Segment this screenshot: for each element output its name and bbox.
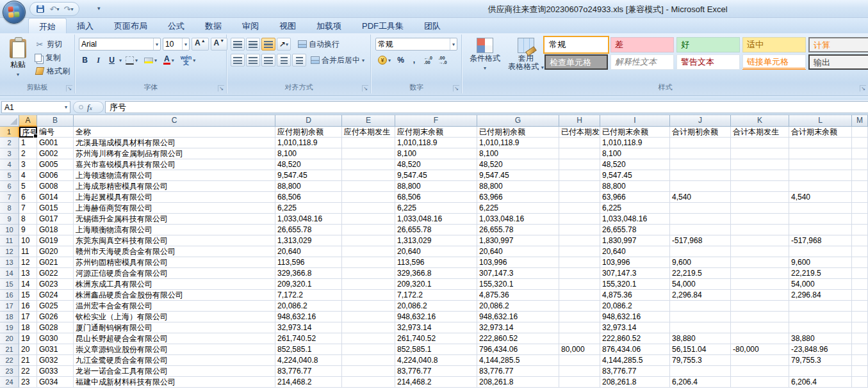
cell-E9[interactable] — [342, 214, 395, 225]
cell-K19[interactable] — [731, 322, 789, 333]
cell-H23[interactable] — [559, 366, 600, 377]
row-header-10[interactable]: 10 — [0, 225, 19, 235]
cell-C12[interactable]: 赣州市天海硬质合金有限公司 — [74, 246, 275, 257]
cell-I24[interactable]: 208,261.8 — [600, 377, 670, 388]
cell-B2[interactable]: G001 — [37, 138, 74, 148]
cell-D12[interactable]: 20,640 — [275, 246, 342, 257]
cell-A14[interactable]: 13 — [19, 268, 37, 279]
tab-页面布局[interactable]: 页面布局 — [104, 18, 158, 33]
cell-F20[interactable]: 261,740.52 — [395, 333, 477, 344]
cell-B20[interactable]: G030 — [37, 333, 74, 344]
cell-F9[interactable]: 1,033,048.16 — [395, 214, 477, 225]
cell-L9[interactable] — [789, 214, 852, 225]
cell-I12[interactable]: 20,640 — [600, 246, 670, 257]
cell-F3[interactable]: 8,100 — [395, 148, 477, 159]
column-header-H[interactable]: H — [559, 115, 600, 127]
cell-M15[interactable] — [852, 279, 868, 290]
cell-K10[interactable] — [731, 225, 789, 235]
cell-G7[interactable]: 63,966 — [477, 192, 559, 203]
cell-M1[interactable] — [852, 127, 868, 138]
cell-F22[interactable]: 4,224,040.8 — [395, 355, 477, 366]
cell-E2[interactable] — [342, 138, 395, 148]
shrink-font-button[interactable]: A▼ — [211, 38, 228, 51]
name-box[interactable]: A1 ▾ — [1, 101, 70, 113]
cell-F23[interactable]: 83,776.77 — [395, 366, 477, 377]
cell-K18[interactable] — [731, 312, 789, 322]
cell-A13[interactable]: 12 — [19, 257, 37, 268]
cell-E8[interactable] — [342, 203, 395, 214]
cell-A4[interactable]: 3 — [19, 159, 37, 170]
name-box-caret-icon[interactable]: ▾ — [65, 104, 67, 110]
cell-style-警告文本[interactable]: 警告文本 — [676, 54, 740, 70]
cut-button[interactable]: ✂ 剪切 — [35, 38, 62, 51]
cell-D23[interactable]: 83,776.77 — [275, 366, 342, 377]
cell-C20[interactable]: 昆山长野超硬合金有限公司 — [74, 333, 275, 344]
cell-L17[interactable] — [789, 301, 852, 312]
cell-B13[interactable]: G021 — [37, 257, 74, 268]
cell-E1[interactable]: 应付本期发生 — [342, 127, 395, 138]
cell-B24[interactable]: G034 — [37, 377, 74, 388]
cell-E10[interactable] — [342, 225, 395, 235]
format-as-table-button[interactable]: 套用 表格格式 ▾ — [506, 37, 546, 82]
cell-M23[interactable] — [852, 366, 868, 377]
tab-审阅[interactable]: 审阅 — [232, 18, 269, 33]
cell-B1[interactable]: 编号 — [37, 127, 74, 138]
cell-F24[interactable]: 214,468.2 — [395, 377, 477, 388]
cell-G20[interactable]: 222,860.52 — [477, 333, 559, 344]
cell-C17[interactable]: 温州宏丰合金有限公司 — [74, 301, 275, 312]
cell-A19[interactable]: 18 — [19, 322, 37, 333]
cell-K7[interactable] — [731, 192, 789, 203]
tab-加载项[interactable]: 加载项 — [306, 18, 352, 33]
cell-B18[interactable]: G026 — [37, 312, 74, 322]
row-header-4[interactable]: 4 — [0, 159, 19, 170]
cell-H2[interactable] — [559, 138, 600, 148]
cell-A11[interactable]: 10 — [19, 235, 37, 246]
cell-G11[interactable]: 1,830,997 — [477, 235, 559, 246]
cell-L20[interactable]: 38,880 — [789, 333, 852, 344]
cell-M3[interactable] — [852, 148, 868, 159]
cell-style-解释性文本[interactable]: 解释性文本 — [610, 54, 674, 70]
cell-H14[interactable] — [559, 268, 600, 279]
cell-H10[interactable] — [559, 225, 600, 235]
cell-G9[interactable]: 1,033,048.16 — [477, 214, 559, 225]
cell-L15[interactable]: 54,000 — [789, 279, 852, 290]
cell-G16[interactable]: 4,875.36 — [477, 290, 559, 301]
cell-L7[interactable]: 4,540 — [789, 192, 852, 203]
redo-icon[interactable]: ↷▾ — [63, 4, 74, 14]
cell-style-计算[interactable]: 计算 — [808, 37, 868, 52]
cell-F18[interactable]: 948,632.16 — [395, 312, 477, 322]
cell-H21[interactable]: 80,000 — [559, 344, 600, 355]
formula-input[interactable]: 序号 — [105, 101, 868, 113]
cell-B23[interactable]: G033 — [37, 366, 74, 377]
cell-C15[interactable]: 株洲东成工具有限公司 — [74, 279, 275, 290]
cell-K2[interactable] — [731, 138, 789, 148]
cell-J4[interactable] — [670, 159, 731, 170]
cell-M10[interactable] — [852, 225, 868, 235]
cell-I18[interactable]: 948,632.16 — [600, 312, 670, 322]
cell-M2[interactable] — [852, 138, 868, 148]
cell-H8[interactable] — [559, 203, 600, 214]
orientation-button[interactable]: ↗▾ — [277, 38, 291, 51]
cell-J14[interactable]: 22,219.5 — [670, 268, 731, 279]
cell-B10[interactable]: G018 — [37, 225, 74, 235]
column-header-I[interactable]: I — [600, 115, 670, 127]
cell-A21[interactable]: 20 — [19, 344, 37, 355]
cell-H3[interactable] — [559, 148, 600, 159]
cell-E19[interactable] — [342, 322, 395, 333]
increase-decimal-button[interactable]: ←.0.00 — [422, 54, 435, 67]
cell-G1[interactable]: 已付期初余额 — [477, 127, 559, 138]
row-header-14[interactable]: 14 — [0, 268, 19, 279]
cell-E13[interactable] — [342, 257, 395, 268]
cell-H16[interactable] — [559, 290, 600, 301]
cell-E21[interactable] — [342, 344, 395, 355]
styles-dialog-launcher[interactable]: ↘ — [860, 85, 866, 91]
row-header-1[interactable]: 1 — [0, 127, 19, 138]
cell-G4[interactable]: 48,520 — [477, 159, 559, 170]
row-header-18[interactable]: 18 — [0, 312, 19, 322]
cell-E17[interactable] — [342, 301, 395, 312]
cell-D6[interactable]: 88,800 — [275, 181, 342, 192]
cell-L5[interactable] — [789, 170, 852, 181]
cell-C9[interactable]: 无锡德升金属科技有限公司 — [74, 214, 275, 225]
underline-button[interactable]: U — [106, 54, 118, 67]
cell-C1[interactable]: 全称 — [74, 127, 275, 138]
